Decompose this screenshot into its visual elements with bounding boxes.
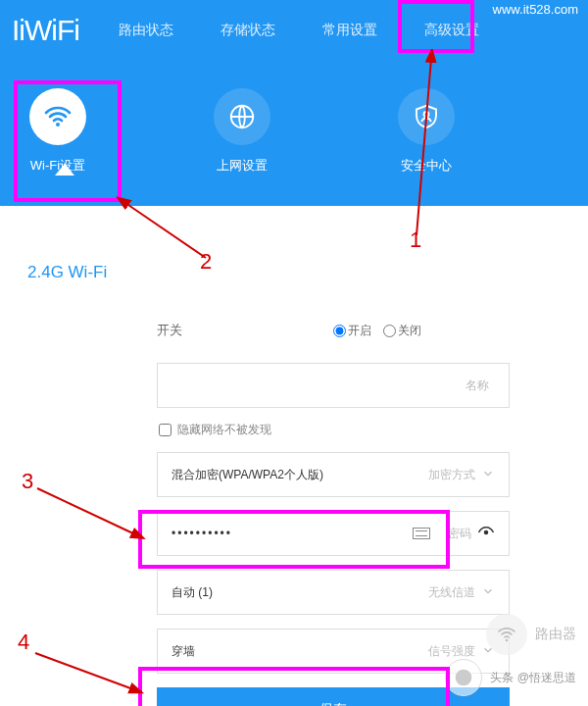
channel-field[interactable]: 自动 (1) 无线信道 — [157, 570, 510, 615]
tab-storage-status[interactable]: 存储状态 — [220, 18, 275, 43]
password-field[interactable]: •••••••••• 密码 — [157, 511, 510, 556]
annotation-number-1: 1 — [410, 227, 421, 253]
category-internet-settings[interactable]: 上网设置 — [214, 88, 270, 175]
tab-advanced-settings[interactable]: 高级设置 — [424, 18, 479, 43]
annotation-number-4: 4 — [18, 630, 29, 655]
switch-label: 开关 — [157, 322, 333, 339]
password-suffix: 密码 — [448, 526, 471, 542]
shield-icon — [398, 88, 455, 145]
svg-point-3 — [484, 530, 489, 534]
chevron-down-icon — [481, 584, 495, 601]
channel-suffix: 无线信道 — [428, 584, 475, 601]
tab-common-settings[interactable]: 常用设置 — [322, 18, 377, 43]
radio-off[interactable]: 关闭 — [383, 323, 421, 339]
signal-value: 穿墙 — [172, 643, 428, 660]
hide-network-label: 隐藏网络不被发现 — [177, 422, 271, 438]
annotation-number-3: 3 — [22, 469, 33, 494]
name-input[interactable] — [172, 378, 466, 392]
watermark-router: 路由器 — [486, 614, 576, 655]
switch-row: 开关 开启 关闭 — [157, 322, 510, 339]
wifi-icon — [29, 88, 86, 145]
switch-radio-group: 开启 关闭 — [333, 323, 421, 339]
radio-on-input[interactable] — [333, 325, 346, 337]
watermark-router-text: 路由器 — [535, 626, 576, 643]
name-suffix: 名称 — [466, 378, 489, 394]
category-wifi-settings[interactable]: Wi-Fi设置 — [29, 88, 86, 175]
active-pointer — [55, 164, 74, 176]
tab-router-status[interactable]: 路由状态 — [119, 18, 173, 43]
name-field[interactable]: 名称 — [157, 363, 510, 408]
encryption-field[interactable]: 混合加密(WPA/WPA2个人版) 加密方式 — [157, 452, 510, 497]
section-title: 2.4G Wi-Fi — [27, 263, 568, 282]
radio-on[interactable]: 开启 — [333, 323, 371, 339]
svg-point-2 — [424, 112, 429, 117]
eye-icon[interactable] — [477, 524, 495, 544]
header: IiWiFi 路由状态 存储状态 常用设置 高级设置 www.it528.com… — [0, 0, 588, 206]
encryption-value: 混合加密(WPA/WPA2个人版) — [172, 467, 428, 483]
watermark-author-text: 头条 @悟迷思道 — [490, 670, 576, 686]
category-label: 安全中心 — [401, 157, 452, 175]
hide-network-checkbox[interactable] — [159, 424, 172, 436]
hide-network-row[interactable]: 隐藏网络不被发现 — [159, 422, 510, 438]
keyboard-icon[interactable] — [413, 528, 430, 539]
top-tabs: 路由状态 存储状态 常用设置 高级设置 — [119, 18, 576, 43]
author-avatar-icon — [445, 659, 482, 696]
category-row: Wi-Fi设置 上网设置 安全中心 — [0, 61, 588, 175]
annotation-number-2: 2 — [200, 249, 212, 275]
encryption-suffix: 加密方式 — [428, 467, 475, 483]
signal-suffix: 信号强度 — [428, 643, 475, 660]
category-security-center[interactable]: 安全中心 — [398, 88, 455, 175]
watermark-author: 头条 @悟迷思道 — [445, 659, 576, 696]
globe-icon — [214, 88, 270, 145]
svg-point-9 — [456, 670, 472, 686]
logo: IiWiFi — [12, 14, 79, 47]
channel-value: 自动 (1) — [172, 584, 428, 601]
svg-point-0 — [56, 123, 60, 126]
radio-off-label: 关闭 — [398, 323, 421, 339]
watermark-url: www.it528.com — [493, 2, 578, 17]
svg-point-8 — [506, 639, 508, 641]
radio-on-label: 开启 — [348, 323, 371, 339]
router-icon — [486, 614, 527, 655]
chevron-down-icon — [481, 467, 495, 483]
topbar: IiWiFi 路由状态 存储状态 常用设置 高级设置 www.it528.com — [0, 0, 588, 61]
category-label: 上网设置 — [217, 157, 268, 175]
radio-off-input[interactable] — [383, 325, 396, 337]
password-value: •••••••••• — [172, 527, 413, 540]
